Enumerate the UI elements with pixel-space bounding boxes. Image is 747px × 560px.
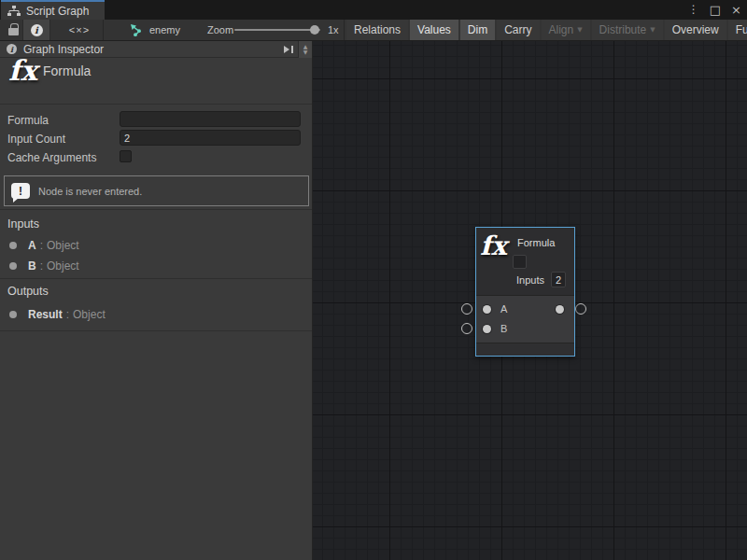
port-bullet-icon	[9, 311, 17, 318]
node-input-count-value: 2	[556, 274, 561, 286]
zoom-label: Zoom	[207, 24, 233, 35]
value-port-a[interactable]	[483, 305, 491, 314]
port-type: Object	[47, 239, 79, 252]
overview-button-label: Overview	[672, 23, 719, 36]
dock-panel-button[interactable]	[280, 41, 299, 58]
warning-icon: !	[11, 183, 30, 199]
dim-button[interactable]: Dim	[460, 20, 495, 40]
port-a-label: A	[500, 303, 507, 315]
formula-input[interactable]	[120, 111, 301, 127]
section-divider	[0, 330, 312, 331]
node-inputs-label: Inputs	[516, 274, 544, 286]
colon-separator: :	[40, 259, 43, 273]
outputs-section-title: Outputs	[7, 285, 49, 298]
formula-node-ports: A B	[476, 295, 574, 343]
chevron-down-icon: ▼	[577, 26, 582, 34]
maximize-icon[interactable]: □	[710, 0, 721, 20]
node-formula-input[interactable]	[513, 255, 527, 269]
full-screen-button[interactable]: Full Screen	[728, 20, 747, 40]
port-description: Result:Object	[28, 308, 106, 321]
zoom-level-value: 1x	[328, 24, 339, 35]
port-type: Object	[73, 308, 106, 321]
node-title: Formula	[517, 237, 555, 248]
port-b-label: B	[500, 323, 507, 334]
close-icon[interactable]: ×	[731, 0, 741, 20]
align-button-label: Align	[549, 23, 574, 36]
output-row-result: Result:Object	[0, 306, 312, 323]
section-divider	[0, 278, 312, 279]
lock-icon	[8, 28, 19, 35]
window-menu-icon[interactable]: ⋮	[688, 0, 699, 20]
port-name: A	[28, 239, 36, 252]
window-controls: ⋮ □ ×	[688, 0, 741, 20]
code-view-button[interactable]: <×>	[62, 20, 97, 40]
carry-button[interactable]: Carry	[497, 20, 539, 40]
overview-button[interactable]: Overview	[665, 20, 726, 40]
value-port-result[interactable]	[556, 305, 564, 314]
cache-arguments-label: Cache Arguments	[7, 151, 96, 164]
graph-name-label: enemy	[149, 24, 180, 35]
distribute-button-label: Distribute	[599, 23, 647, 36]
code-icon: <×>	[69, 24, 90, 35]
full-screen-button-label: Full Screen	[736, 23, 747, 36]
toolbar-separator	[103, 20, 104, 40]
arrow-down-icon: ▼	[303, 49, 308, 55]
formula-node[interactable]: fx Formula Inputs 2 A B	[475, 227, 575, 357]
value-port-b[interactable]	[483, 325, 491, 333]
unity-visual-scripting-window: Script Graph ⋮ □ × i <×> enemy	[0, 0, 747, 560]
connection-socket-left-b[interactable]	[461, 323, 472, 334]
inspected-node-title: Formula	[43, 63, 91, 78]
port-name: B	[28, 259, 36, 273]
port-bullet-icon	[9, 262, 17, 270]
port-type: Object	[47, 259, 79, 273]
tab-label: Script Graph	[26, 5, 89, 18]
graph-breadcrumb[interactable]: enemy	[130, 20, 180, 40]
formula-node-icon: fx	[480, 231, 507, 261]
dock-right-icon	[283, 45, 295, 54]
formula-node-header: fx Formula Inputs 2	[476, 228, 574, 295]
values-button-label: Values	[417, 23, 451, 36]
tab-script-graph[interactable]: Script Graph	[1, 0, 105, 20]
zoom-slider[interactable]	[234, 20, 320, 40]
port-bullet-icon	[9, 242, 17, 249]
zoom-slider-knob[interactable]	[310, 25, 319, 35]
inputs-section-title: Inputs	[7, 217, 39, 231]
toolbar-toggle-group: Relations Values Dim Carry Align ▼ Distr…	[346, 20, 747, 40]
input-row-b: B:Object	[0, 258, 312, 274]
chevron-down-icon: ▼	[650, 26, 655, 34]
node-input-count-field[interactable]: 2	[551, 272, 566, 287]
formula-field-label: Formula	[7, 114, 49, 127]
panel-scrubber[interactable]: ▲ ▼	[299, 41, 312, 58]
graph-asset-icon	[130, 23, 144, 37]
carry-button-label: Carry	[504, 23, 531, 36]
title-bar: Script Graph ⋮ □ ×	[0, 0, 747, 20]
graph-canvas[interactable]: fx Formula Inputs 2 A B	[313, 41, 747, 560]
node-warning: ! Node is never entered.	[4, 175, 309, 206]
align-dropdown-button: Align ▼	[542, 20, 590, 40]
relations-button-label: Relations	[354, 23, 401, 36]
port-description: B:Object	[28, 259, 79, 273]
relations-button[interactable]: Relations	[346, 20, 408, 40]
inspector-header: i Graph Inspector ▲ ▼	[0, 41, 312, 58]
cache-arguments-checkbox[interactable]	[120, 150, 132, 162]
input-count-input[interactable]	[120, 130, 301, 146]
connection-socket-left-a[interactable]	[461, 303, 472, 315]
inspector-toggle-button[interactable]: i	[22, 20, 50, 40]
colon-separator: :	[66, 308, 69, 321]
input-count-field-label: Input Count	[7, 133, 65, 146]
info-icon: i	[7, 44, 17, 54]
warning-text: Node is never entered.	[38, 186, 142, 197]
zoom-slider-track[interactable]	[234, 29, 320, 31]
graph-inspector-panel: i Graph Inspector ▲ ▼ fx Formula Formula…	[0, 41, 313, 560]
script-graph-icon	[7, 6, 21, 17]
connection-socket-right-result[interactable]	[575, 303, 586, 315]
port-description: A:Object	[28, 239, 79, 252]
graph-toolbar: i <×> enemy Zoom 1x Relations	[0, 20, 747, 41]
lock-button[interactable]	[4, 20, 22, 40]
section-divider	[0, 104, 312, 105]
port-name: Result	[28, 308, 63, 321]
input-row-a: A:Object	[0, 237, 312, 254]
values-button[interactable]: Values	[410, 20, 458, 40]
toolbar-separator	[344, 20, 345, 40]
formula-node-icon: fx	[8, 54, 37, 87]
